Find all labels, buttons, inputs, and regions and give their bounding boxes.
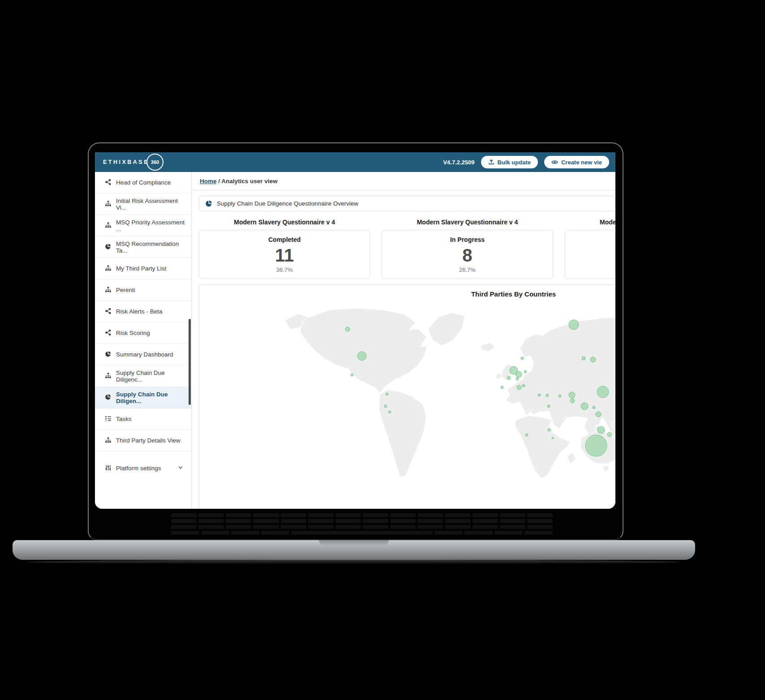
sitemap-icon xyxy=(105,437,112,445)
country-bubble[interactable] xyxy=(351,374,353,376)
laptop-shadow xyxy=(27,560,681,564)
bulk-update-button[interactable]: Bulk update xyxy=(481,156,538,168)
sidebar-item-label: Risk Scoring xyxy=(116,330,150,336)
keyboard-key xyxy=(417,513,443,517)
country-bubble[interactable] xyxy=(597,426,605,434)
country-bubble[interactable] xyxy=(357,352,366,361)
country-bubble[interactable] xyxy=(607,432,612,437)
country-bubble[interactable] xyxy=(516,378,519,380)
country-bubble[interactable] xyxy=(384,405,387,408)
sidebar-item-third-party-details-view[interactable]: Third Party Details View xyxy=(95,430,191,451)
country-bubble[interactable] xyxy=(548,429,550,431)
sidebar-item-label: Risk Alerts - Beta xyxy=(116,308,163,315)
country-bubble[interactable] xyxy=(524,370,527,373)
country-bubble[interactable] xyxy=(552,437,554,439)
country-bubble[interactable] xyxy=(590,357,596,362)
country-bubble[interactable] xyxy=(501,386,503,389)
kpi-count: 11 xyxy=(203,246,366,265)
main-content: Home / Analytics user view Supply Chain … xyxy=(192,172,615,509)
bulk-update-label: Bulk update xyxy=(498,159,531,166)
sidebar-item-supply-chain-due-diligen[interactable]: Supply Chain Due Diligen... xyxy=(95,387,191,408)
logo-360-badge: 360 xyxy=(146,154,163,171)
pie-icon xyxy=(105,243,112,251)
sidebar-item-tasks[interactable]: Tasks xyxy=(95,408,191,430)
sidebar-item-initial-risk-assessment-vi[interactable]: Initial Risk Assessment Vi... xyxy=(95,193,191,215)
chevron-down-icon xyxy=(178,465,183,472)
country-bubble[interactable] xyxy=(570,399,575,403)
overview-panel-header: Supply Chain Due Diligence Questionnaire… xyxy=(199,196,615,211)
sidebar-item-label: Tasks xyxy=(116,416,132,422)
country-bubble[interactable] xyxy=(522,384,525,387)
kpi-card-completed: Modern Slavery Questionnaire v 4Complete… xyxy=(199,219,370,279)
sidebar-scrollbar-thumb[interactable] xyxy=(189,319,191,405)
country-bubble[interactable] xyxy=(538,394,541,396)
country-bubble[interactable] xyxy=(581,403,588,410)
sidebar-item-msq-recommendation-ta[interactable]: MSQ Recommendation Ta... xyxy=(95,236,191,258)
sidebar-item-platform-settings[interactable]: Platform settings xyxy=(95,455,191,479)
sidebar-item-risk-alerts-beta[interactable]: Risk Alerts - Beta xyxy=(95,301,191,322)
keyboard-key xyxy=(445,525,470,529)
keyboard-key xyxy=(363,525,388,529)
country-bubble[interactable] xyxy=(521,357,524,360)
country-bubble[interactable] xyxy=(516,371,522,378)
country-bubble[interactable] xyxy=(388,411,391,413)
keyboard-key xyxy=(500,525,525,529)
country-bubble[interactable] xyxy=(559,395,561,397)
kpi-card: In Progress826.7% xyxy=(382,230,553,279)
country-bubble[interactable] xyxy=(547,405,550,408)
kpi-card-in-progress: Modern Slavery Questionnaire v 4In Progr… xyxy=(382,219,553,279)
sidebar-item-label: Third Party Details View xyxy=(116,437,181,444)
sidebar-item-label: Supply Chain Due Diligen... xyxy=(116,391,187,404)
country-bubble[interactable] xyxy=(585,435,607,456)
country-bubble[interactable] xyxy=(507,376,511,380)
laptop-base-notch xyxy=(319,540,389,545)
kpi-card: Not Started1136.7% xyxy=(565,230,615,279)
sidebar-item-supply-chain-due-diligenc[interactable]: Supply Chain Due Diligenc... xyxy=(95,365,191,387)
sliders-icon xyxy=(105,464,112,472)
keyboard-key xyxy=(335,525,361,529)
kpi-status-label: In Progress xyxy=(386,236,549,243)
sitemap-icon xyxy=(105,265,112,273)
sidebar-item-my-third-party-list[interactable]: My Third Party List xyxy=(95,258,191,279)
keyboard-key xyxy=(171,519,197,523)
create-new-view-button[interactable]: Create new vie xyxy=(544,156,609,168)
keyboard-key xyxy=(198,513,224,517)
keyboard-key xyxy=(308,525,334,529)
keyboard-key xyxy=(500,519,525,523)
sidebar-item-head-of-compliance[interactable]: Head of Compliance xyxy=(95,172,191,193)
country-bubble[interactable] xyxy=(569,320,579,330)
share-nodes-icon xyxy=(105,308,112,316)
breadcrumb-current: Analytics user view xyxy=(221,178,277,185)
keyboard-key xyxy=(527,513,553,517)
keyboard-key xyxy=(417,519,443,523)
kpi-cards-row: Modern Slavery Questionnaire v 4Complete… xyxy=(199,219,615,279)
sidebar-item-perenti[interactable]: Perenti xyxy=(95,279,191,301)
keyboard-key xyxy=(253,519,279,523)
sidebar-item-summary-dashboard[interactable]: Summary Dashboard xyxy=(95,344,191,365)
country-bubble[interactable] xyxy=(345,327,350,331)
keyboard-key xyxy=(201,531,229,535)
country-bubble[interactable] xyxy=(525,434,528,436)
sitemap-icon xyxy=(105,372,112,380)
breadcrumb-home-link[interactable]: Home xyxy=(200,178,217,185)
create-new-view-label: Create new vie xyxy=(561,159,602,166)
country-bubble[interactable] xyxy=(597,386,609,398)
upload-icon xyxy=(488,159,494,165)
sidebar-item-risk-scoring[interactable]: Risk Scoring xyxy=(95,322,191,344)
country-bubble[interactable] xyxy=(517,385,521,390)
laptop-screen-shell: ETHIXBASE 360 V4.7.2.2509 Bulk update xyxy=(88,142,623,540)
country-bubble[interactable] xyxy=(593,406,595,409)
keyboard-key xyxy=(390,519,416,523)
pie-chart-icon xyxy=(205,200,213,207)
keyboard-key xyxy=(434,531,463,535)
tasks-icon xyxy=(105,415,112,423)
country-bubble[interactable] xyxy=(546,394,549,397)
sidebar-item-msq-priority-assessment[interactable]: MSQ Priority Assessment ... xyxy=(95,215,191,236)
keyboard-key xyxy=(464,531,493,535)
country-bubble[interactable] xyxy=(582,356,585,360)
sidebar-item-label: Initial Risk Assessment Vi... xyxy=(116,198,187,211)
world-map xyxy=(280,305,615,479)
country-bubble[interactable] xyxy=(596,412,601,417)
country-bubble[interactable] xyxy=(386,393,388,395)
country-bubble[interactable] xyxy=(569,392,575,398)
